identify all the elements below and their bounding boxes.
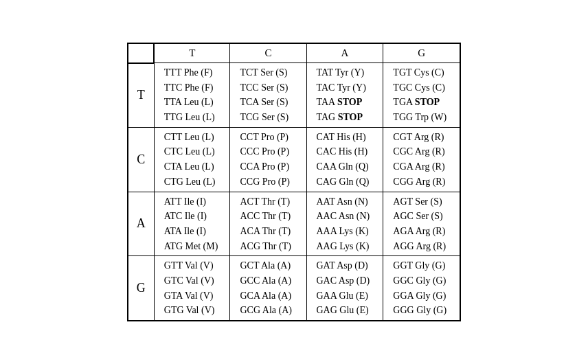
row-header-c: C [128, 127, 155, 192]
codon-entry: CTG Leu (L) [164, 174, 220, 190]
codon-entry: TAT Tyr (Y) [317, 65, 374, 80]
cell-G-A: GAT Asp (D)GAC Asp (D)GAA Glu (E)GAG Glu… [306, 256, 383, 321]
cell-G-T: GTT Val (V)GTC Val (V)GTA Val (V)GTG Val… [154, 256, 230, 321]
codon-entry: GCT Ala (A) [240, 258, 296, 273]
codon-entry: CCG Pro (P) [240, 174, 296, 190]
cell-T-G: TGT Cys (C)TGC Cys (C)TGA STOPTGG Trp (W… [383, 63, 460, 128]
codon-entry: TCT Ser (S) [240, 65, 296, 80]
row-header-g: G [128, 256, 155, 321]
codon-entry: AGG Arg (R) [393, 239, 450, 254]
codon-entry: GAA Glu (E) [317, 288, 374, 304]
cell-T-T: TTT Phe (F)TTC Phe (F)TTA Leu (L)TTG Leu… [154, 63, 230, 128]
codon-entry: AAA Lys (K) [317, 224, 374, 239]
codon-entry: GGG Gly (G) [393, 303, 450, 318]
codon-entry: CGG Arg (R) [393, 174, 450, 190]
col-header-a: A [306, 43, 383, 63]
codon-entry: CTA Leu (L) [164, 159, 220, 174]
cell-C-T: CTT Leu (L)CTC Leu (L)CTA Leu (L)CTG Leu… [154, 127, 230, 192]
codon-entry: TGA STOP [393, 95, 450, 110]
codon-entry: GCC Ala (A) [240, 273, 296, 288]
cell-G-G: GGT Gly (G)GGC Gly (G)GGA Gly (G)GGG Gly… [383, 256, 460, 321]
cell-T-A: TAT Tyr (Y)TAC Tyr (Y)TAA STOPTAG STOP [306, 63, 383, 128]
col-header-t: T [154, 43, 230, 63]
cell-A-C: ACT Thr (T)ACC Thr (T)ACA Thr (T)ACG Thr… [230, 192, 306, 256]
codon-entry: AGC Ser (S) [393, 209, 450, 224]
codon-entry: ATA Ile (I) [164, 224, 220, 239]
codon-entry: CGT Arg (R) [393, 130, 450, 145]
codon-entry: GGA Gly (G) [393, 288, 450, 304]
codon-entry: CAG Gln (Q) [317, 174, 374, 190]
codon-entry: TTG Leu (L) [164, 110, 220, 125]
codon-entry: GTT Val (V) [164, 258, 220, 273]
cell-T-C: TCT Ser (S)TCC Ser (S)TCA Ser (S)TCG Ser… [230, 63, 306, 128]
codon-entry: TCG Ser (S) [240, 110, 296, 125]
row-header-a: A [128, 192, 155, 256]
cell-C-A: CAT His (H)CAC His (H)CAA Gln (Q)CAG Gln… [306, 127, 383, 192]
cell-A-G: AGT Ser (S)AGC Ser (S)AGA Arg (R)AGG Arg… [383, 192, 460, 256]
codon-entry: GGC Gly (G) [393, 273, 450, 288]
codon-entry: GGT Gly (G) [393, 258, 450, 273]
codon-entry: CAA Gln (Q) [317, 159, 374, 174]
codon-entry: ACA Thr (T) [240, 224, 296, 239]
codon-entry: ATT Ile (I) [164, 194, 220, 209]
cell-G-C: GCT Ala (A)GCC Ala (A)GCA Ala (A)GCG Ala… [230, 256, 306, 321]
codon-entry: GCG Ala (A) [240, 303, 296, 318]
codon-entry: TAG STOP [317, 110, 374, 125]
codon-entry: ACT Thr (T) [240, 194, 296, 209]
codon-entry: AGT Ser (S) [393, 194, 450, 209]
codon-entry: GAG Glu (E) [317, 303, 374, 318]
codon-entry: CAT His (H) [317, 130, 374, 145]
codon-entry: CCT Pro (P) [240, 130, 296, 145]
cell-C-G: CGT Arg (R)CGC Arg (R)CGA Arg (R)CGG Arg… [383, 127, 460, 192]
col-header-g: G [383, 43, 460, 63]
codon-entry: GAT Asp (D) [317, 258, 374, 273]
codon-entry: AGA Arg (R) [393, 224, 450, 239]
codon-entry: CCC Pro (P) [240, 144, 296, 159]
codon-entry: TGC Cys (C) [393, 80, 450, 95]
codon-entry: ATC Ile (I) [164, 209, 220, 224]
codon-entry: ACC Thr (T) [240, 209, 296, 224]
codon-entry: TTA Leu (L) [164, 95, 220, 110]
codon-entry: ATG Met (M) [164, 239, 220, 254]
codon-entry: GCA Ala (A) [240, 288, 296, 304]
codon-entry: CGA Arg (R) [393, 159, 450, 174]
codon-entry: TAC Tyr (Y) [317, 80, 374, 95]
codon-entry: CCA Pro (P) [240, 159, 296, 174]
corner-cell [128, 43, 155, 63]
codon-table: TCAGTTTT Phe (F)TTC Phe (F)TTA Leu (L)TT… [127, 43, 461, 321]
codon-entry: AAT Asn (N) [317, 194, 374, 209]
codon-entry: GTA Val (V) [164, 288, 220, 304]
codon-entry: TCC Ser (S) [240, 80, 296, 95]
codon-entry: TTC Phe (F) [164, 80, 220, 95]
codon-entry: AAG Lys (K) [317, 239, 374, 254]
codon-entry: CGC Arg (R) [393, 144, 450, 159]
cell-A-T: ATT Ile (I)ATC Ile (I)ATA Ile (I)ATG Met… [154, 192, 230, 256]
codon-entry: TCA Ser (S) [240, 95, 296, 110]
codon-entry: TTT Phe (F) [164, 65, 220, 80]
codon-entry: GTG Val (V) [164, 303, 220, 318]
codon-entry: ACG Thr (T) [240, 239, 296, 254]
codon-entry: CAC His (H) [317, 144, 374, 159]
row-header-t: T [128, 63, 155, 128]
codon-entry: TGT Cys (C) [393, 65, 450, 80]
codon-entry: TGG Trp (W) [393, 110, 450, 125]
cell-C-C: CCT Pro (P)CCC Pro (P)CCA Pro (P)CCG Pro… [230, 127, 306, 192]
codon-entry: CTC Leu (L) [164, 144, 220, 159]
col-header-c: C [230, 43, 306, 63]
codon-entry: GTC Val (V) [164, 273, 220, 288]
codon-entry: TAA STOP [317, 95, 374, 110]
codon-entry: GAC Asp (D) [317, 273, 374, 288]
codon-entry: AAC Asn (N) [317, 209, 374, 224]
codon-entry: CTT Leu (L) [164, 130, 220, 145]
cell-A-A: AAT Asn (N)AAC Asn (N)AAA Lys (K)AAG Lys… [306, 192, 383, 256]
